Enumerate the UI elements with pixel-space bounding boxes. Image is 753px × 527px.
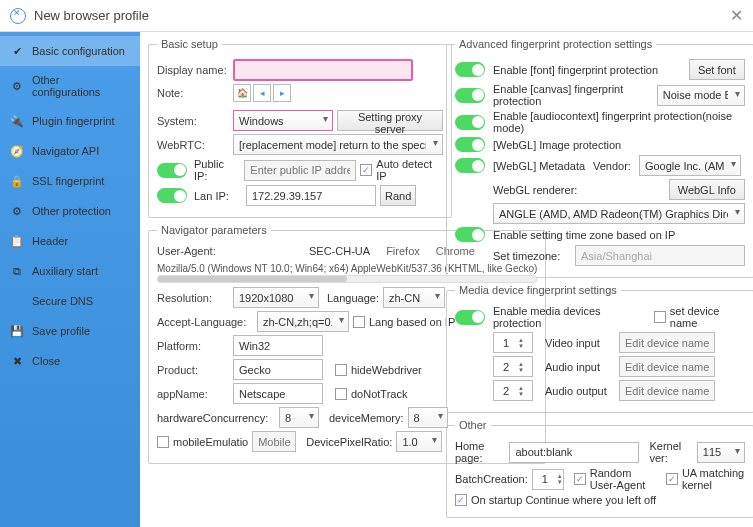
audio-output-spinner[interactable]: ▲▼ xyxy=(493,380,533,401)
dpr-label: DevicePixelRatio: xyxy=(306,436,392,448)
sidebar-item-4[interactable]: 🔒SSL fingerprint xyxy=(0,166,140,196)
batch-label: BatchCreation: xyxy=(455,473,528,485)
sidebar-label: SSL fingerprint xyxy=(32,175,104,187)
vendor-label: Vendor: xyxy=(593,160,631,172)
ua-scrollbar[interactable] xyxy=(157,275,537,283)
lang-label: Language: xyxy=(327,292,379,304)
set-font-button[interactable]: Set font xyxy=(689,59,745,80)
public-ip-input[interactable] xyxy=(244,160,356,181)
audio-label: Enable [audiocontext] fingerprint protec… xyxy=(493,110,745,134)
sidebar-icon: 🔒 xyxy=(10,174,24,188)
sidebar-icon: 📋 xyxy=(10,234,24,248)
webgl-info-button[interactable]: WebGL Info xyxy=(669,179,745,200)
resolution-select[interactable]: 1920x1080 xyxy=(233,287,319,308)
product-input[interactable] xyxy=(233,359,323,380)
webgl-img-toggle[interactable] xyxy=(455,137,485,152)
home-input[interactable] xyxy=(509,442,639,463)
webgl-img-label: [WebGL] Image protection xyxy=(493,139,621,151)
set-device-name-checkbox[interactable] xyxy=(654,311,666,323)
auto-detect-checkbox[interactable]: ✓ xyxy=(360,164,372,176)
dpr-select[interactable]: 1.0 xyxy=(396,431,442,452)
lan-ip-input[interactable] xyxy=(246,185,376,206)
language-select[interactable]: zh-CN xyxy=(383,287,445,308)
platform-input[interactable] xyxy=(233,335,323,356)
media-group: Media device fingerprint settings Enable… xyxy=(446,284,753,413)
system-select[interactable]: Windows xyxy=(233,110,333,131)
accept-lang-select[interactable]: zh-CN,zh;q=0.9 xyxy=(257,311,349,332)
lan-ip-toggle[interactable] xyxy=(157,188,187,203)
webrtc-label: WebRTC: xyxy=(157,139,229,151)
startup-checkbox[interactable]: ✓ xyxy=(455,494,467,506)
window-title: New browser profile xyxy=(34,8,149,23)
webgl-meta-toggle[interactable] xyxy=(455,158,485,173)
sidebar-label: Save profile xyxy=(32,325,90,337)
set-device-name-label: set device name xyxy=(670,305,745,329)
vendor-select[interactable]: Google Inc. (AMD xyxy=(639,155,741,176)
appname-input[interactable] xyxy=(233,383,323,404)
audio-input-label: Audio input xyxy=(545,361,615,373)
sidebar-item-7[interactable]: ⧉Auxiliary start xyxy=(0,256,140,286)
sidebar-item-8[interactable]: Secure DNS xyxy=(0,286,140,316)
timezone-input xyxy=(575,245,745,266)
public-ip-label: Public IP: xyxy=(194,158,240,182)
tab-sec-ch-ua[interactable]: SEC-CH-UA xyxy=(309,245,370,257)
dnt-checkbox[interactable] xyxy=(335,388,347,400)
webrtc-select[interactable]: [replacement mode] return to the specifi… xyxy=(233,134,443,155)
canvas-mode-select[interactable]: Noise mode B xyxy=(657,85,745,106)
sidebar-icon: ⚙ xyxy=(10,204,24,218)
nav-legend: Navigator parameters xyxy=(157,224,271,236)
batch-spinner[interactable]: ▲▼ xyxy=(532,469,564,490)
sidebar-item-2[interactable]: 🔌Plugin fingerprint xyxy=(0,106,140,136)
sidebar-label: Header xyxy=(32,235,68,247)
audio-input-spinner[interactable]: ▲▼ xyxy=(493,356,533,377)
next-icon[interactable]: ▸ xyxy=(273,84,291,102)
sidebar-item-6[interactable]: 📋Header xyxy=(0,226,140,256)
sidebar-item-9[interactable]: 💾Save profile xyxy=(0,316,140,346)
media-toggle[interactable] xyxy=(455,310,485,325)
auto-detect-label: Auto detect IP xyxy=(376,158,443,182)
canvas-toggle[interactable] xyxy=(455,88,485,103)
sidebar-label: Close xyxy=(32,355,60,367)
rand-button[interactable]: Rand xyxy=(380,185,416,206)
startup-label: On startup Continue where you left off xyxy=(471,494,656,506)
video-input-spinner[interactable]: ▲▼ xyxy=(493,332,533,353)
display-name-input[interactable] xyxy=(233,59,413,81)
audio-toggle[interactable] xyxy=(455,115,485,130)
public-ip-toggle[interactable] xyxy=(157,163,187,178)
renderer-select[interactable]: ANGLE (AMD, AMD Radeon(TM) Graphics Dire… xyxy=(493,203,745,224)
home-icon[interactable]: 🏠 xyxy=(233,84,251,102)
sidebar-item-1[interactable]: ⚙Other configurations xyxy=(0,66,140,106)
close-icon[interactable]: ✕ xyxy=(730,6,743,25)
sidebar-icon: ⚙ xyxy=(10,79,24,93)
font-label: Enable [font] fingerprint protection xyxy=(493,64,685,76)
webgl-meta-label: [WebGL] Metadata xyxy=(493,160,589,172)
sidebar-item-3[interactable]: 🧭Navigator API xyxy=(0,136,140,166)
sidebar-item-0[interactable]: ✔Basic configuration xyxy=(0,36,140,66)
dm-select[interactable]: 8 xyxy=(408,407,448,428)
dm-label: deviceMemory: xyxy=(329,412,404,424)
hidewd-checkbox[interactable] xyxy=(335,364,347,376)
random-ua-checkbox[interactable]: ✓ xyxy=(574,473,586,485)
ua-kernel-checkbox[interactable]: ✓ xyxy=(666,473,678,485)
tz-toggle[interactable] xyxy=(455,227,485,242)
lan-ip-label: Lan IP: xyxy=(194,190,242,202)
prev-icon[interactable]: ◂ xyxy=(253,84,271,102)
res-label: Resolution: xyxy=(157,292,229,304)
basic-legend: Basic setup xyxy=(157,38,222,50)
plat-label: Platform: xyxy=(157,340,229,352)
sidebar-item-5[interactable]: ⚙Other protection xyxy=(0,196,140,226)
titlebar: New browser profile ✕ xyxy=(0,0,753,32)
lang-ip-checkbox[interactable] xyxy=(353,316,365,328)
kernel-select[interactable]: 115 xyxy=(697,442,745,463)
sidebar-item-10[interactable]: ✖Close xyxy=(0,346,140,376)
note-label: Note: xyxy=(157,87,229,99)
sidebar-label: Other configurations xyxy=(32,74,130,98)
mobile-emu-checkbox[interactable] xyxy=(157,436,169,448)
hc-select[interactable]: 8 xyxy=(279,407,319,428)
tab-firefox[interactable]: Firefox xyxy=(386,245,420,257)
font-toggle[interactable] xyxy=(455,62,485,77)
sidebar-label: Auxiliary start xyxy=(32,265,98,277)
proxy-button[interactable]: Setting proxy server xyxy=(337,110,443,131)
random-ua-label: Random User-Agent xyxy=(590,467,656,491)
system-label: System: xyxy=(157,115,229,127)
